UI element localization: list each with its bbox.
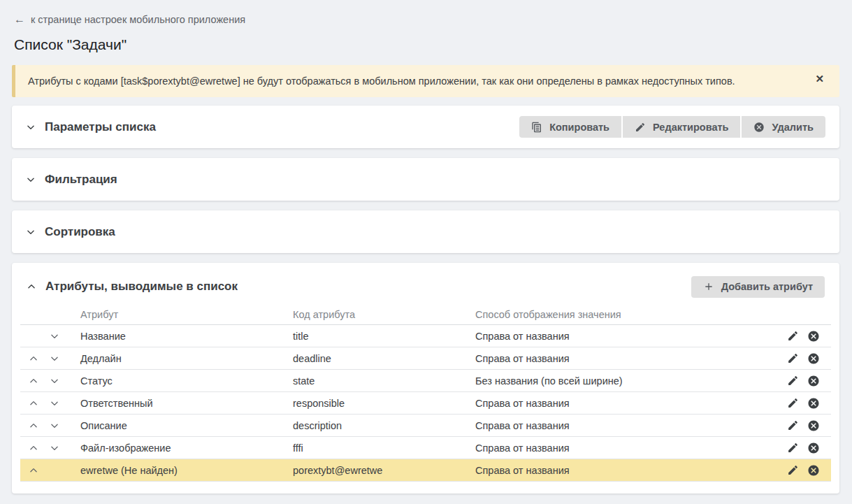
cancel-icon <box>807 464 820 477</box>
chevron-down-icon <box>50 331 59 341</box>
section-sorting: Сортировка <box>12 210 839 253</box>
pencil-icon <box>787 464 799 476</box>
edit-button-label: Редактировать <box>653 122 728 133</box>
attribute-code: porextybt@ewretwe <box>293 465 475 476</box>
chevron-up-icon <box>29 466 38 475</box>
column-header-display: Способ отображения значения <box>475 309 772 320</box>
section-filtering-header[interactable]: Фильтрация <box>26 173 117 187</box>
section-filtering: Фильтрация <box>12 158 839 201</box>
table-row: Дедлайн deadline Справа от названия <box>20 347 831 370</box>
row-delete-button[interactable] <box>807 419 820 432</box>
chevron-down-icon <box>26 227 36 237</box>
attributes-table: Атрибут Код атрибута Способ отображения … <box>20 304 831 482</box>
attribute-display-mode: Без названия (по всей ширине) <box>475 375 772 387</box>
table-row: Описание description Справа от названия <box>20 415 831 437</box>
move-down-button[interactable] <box>44 415 65 436</box>
pencil-icon <box>787 375 799 387</box>
row-delete-button[interactable] <box>807 352 820 365</box>
attribute-name: Статус <box>65 375 293 387</box>
edit-button[interactable]: Редактировать <box>623 116 740 138</box>
warning-banner: Атрибуты с кодами [task$porextybt@ewretw… <box>12 65 839 97</box>
attribute-name: Файл-изображение <box>65 442 293 454</box>
column-header-attribute: Атрибут <box>65 309 293 320</box>
move-down-button[interactable] <box>44 326 65 347</box>
move-up-button[interactable] <box>23 348 44 369</box>
attributes-table-body: Название title Справа от названия Дедлай… <box>20 325 831 482</box>
add-attribute-button[interactable]: Добавить атрибут <box>691 276 825 298</box>
row-delete-button[interactable] <box>807 397 820 410</box>
row-edit-button[interactable] <box>787 330 799 342</box>
attribute-name: Описание <box>65 420 293 431</box>
chevron-down-icon <box>50 376 59 386</box>
attribute-name: Дедлайн <box>65 353 293 364</box>
attribute-name: Название <box>65 331 293 342</box>
cancel-icon <box>753 122 765 133</box>
row-edit-button[interactable] <box>787 464 799 476</box>
section-sorting-header[interactable]: Сортировка <box>26 225 115 239</box>
table-row: ewretwe (Не найден) porextybt@ewretwe Сп… <box>20 459 831 482</box>
row-edit-button[interactable] <box>787 419 799 431</box>
back-arrow-icon: ← <box>14 14 25 25</box>
row-edit-button[interactable] <box>787 442 799 454</box>
attribute-display-mode: Справа от названия <box>475 331 772 342</box>
pencil-icon <box>787 442 799 454</box>
delete-button-label: Удалить <box>772 122 814 133</box>
pencil-icon <box>787 330 799 342</box>
move-down-button[interactable] <box>44 348 65 369</box>
section-list-params: Параметры списка Копировать Редактироват… <box>12 106 839 148</box>
move-up-button[interactable] <box>23 415 44 436</box>
row-edit-button[interactable] <box>787 352 799 364</box>
move-down-button[interactable] <box>44 393 65 414</box>
chevron-up-icon <box>27 282 36 291</box>
chevron-down-icon <box>50 443 59 453</box>
move-up-button[interactable] <box>23 460 44 481</box>
attribute-display-mode: Справа от названия <box>475 442 772 454</box>
chevron-down-icon <box>26 175 36 185</box>
pencil-icon <box>787 419 799 431</box>
plus-icon <box>703 281 714 292</box>
warning-banner-message: Атрибуты с кодами [task$porextybt@ewretw… <box>28 75 735 87</box>
page-title: Список "Задачи" <box>14 36 852 53</box>
attribute-name: Ответственный <box>65 398 293 409</box>
page: ← к странице настроек мобильного приложе… <box>0 0 852 504</box>
row-delete-button[interactable] <box>807 375 820 387</box>
table-row: Статус state Без названия (по всей ширин… <box>20 370 831 392</box>
move-down-button[interactable] <box>44 370 65 391</box>
cancel-icon <box>807 330 820 343</box>
back-link-label: к странице настроек мобильного приложени… <box>31 14 245 25</box>
chevron-down-icon <box>26 122 36 132</box>
move-up-button[interactable] <box>23 438 44 459</box>
attribute-display-mode: Справа от названия <box>475 353 772 364</box>
attribute-code: fffi <box>293 442 475 454</box>
move-up-button[interactable] <box>23 393 44 414</box>
add-attribute-button-label: Добавить атрибут <box>721 281 813 292</box>
back-link[interactable]: ← к странице настроек мобильного приложе… <box>14 14 245 25</box>
table-row: Название title Справа от названия <box>20 325 831 347</box>
attribute-code: state <box>293 375 475 387</box>
attribute-code: responsible <box>293 398 475 409</box>
row-edit-button[interactable] <box>787 375 799 387</box>
section-attributes-header[interactable]: Атрибуты, выводимые в список <box>27 280 238 294</box>
copy-button[interactable]: Копировать <box>519 116 621 138</box>
row-delete-button[interactable] <box>807 464 820 477</box>
chevron-up-icon <box>29 443 38 453</box>
attribute-code: title <box>293 331 475 342</box>
delete-button[interactable]: Удалить <box>742 116 825 138</box>
attribute-code: deadline <box>293 353 475 364</box>
move-up-button[interactable] <box>23 370 44 391</box>
cancel-icon <box>807 442 820 454</box>
pencil-icon <box>787 397 799 409</box>
table-row: Файл-изображение fffi Справа от названия <box>20 437 831 459</box>
cancel-icon <box>807 375 820 387</box>
banner-close-icon[interactable]: ✕ <box>815 73 824 84</box>
row-delete-button[interactable] <box>807 330 820 343</box>
cancel-icon <box>807 397 820 410</box>
attribute-display-mode: Справа от названия <box>475 420 772 431</box>
section-list-params-header[interactable]: Параметры списка <box>26 120 156 134</box>
move-down-button[interactable] <box>44 438 65 459</box>
row-delete-button[interactable] <box>807 442 820 454</box>
column-header-code: Код атрибута <box>293 309 475 320</box>
row-edit-button[interactable] <box>787 397 799 409</box>
attribute-code: description <box>293 420 475 431</box>
chevron-up-icon <box>29 398 38 408</box>
